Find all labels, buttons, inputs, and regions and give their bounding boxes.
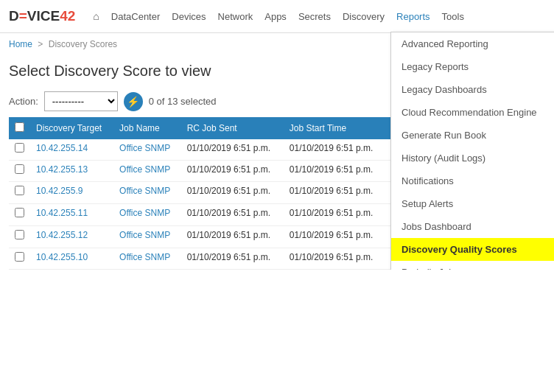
nav-secrets[interactable]: Secrets — [292, 7, 337, 27]
row-checkbox[interactable] — [15, 186, 24, 195]
dropdown-generate-run-book[interactable]: Generate Run Book — [391, 124, 554, 147]
dropdown-jobs-dashboard[interactable]: Jobs Dashboard — [391, 215, 554, 238]
dropdown-discovery-quality-scores[interactable]: Discovery Quality Scores — [391, 238, 554, 261]
rc-job-sent: 01/10/2019 6:51 p.m. — [181, 226, 284, 248]
breadcrumb-current: Discovery Scores — [49, 39, 117, 49]
nav-discovery[interactable]: Discovery — [337, 7, 390, 27]
dropdown-notifications[interactable]: Notifications — [391, 169, 554, 192]
col-job-start-time: Job Start Time — [284, 117, 386, 139]
dropdown-advanced-reporting[interactable]: Advanced Reporting — [391, 32, 554, 55]
row-checkbox[interactable] — [15, 230, 24, 239]
row-checkbox-cell — [9, 204, 30, 226]
rc-job-sent: 01/10/2019 6:51 p.m. — [181, 248, 284, 270]
job-start-time: 01/10/2019 6:51 p.m. — [284, 248, 386, 270]
dropdown-legacy-reports[interactable]: Legacy Reports — [391, 55, 554, 78]
dropdown-cloud-recommendation[interactable]: Cloud Recommendation Engine — [391, 101, 554, 124]
job-name[interactable]: Office SNMP — [113, 204, 181, 226]
job-start-time: 01/10/2019 6:51 p.m. — [284, 204, 386, 226]
nav-home-icon[interactable]: ⌂ — [87, 6, 105, 27]
discovery-target[interactable]: 10.42.255.14 — [30, 139, 113, 161]
nav-tools[interactable]: Tools — [436, 7, 470, 27]
action-select[interactable]: ---------- — [44, 91, 118, 111]
row-checkbox[interactable] — [15, 164, 24, 174]
rc-job-sent: 01/10/2019 6:51 p.m. — [181, 161, 284, 182]
job-name[interactable]: Office SNMP — [113, 161, 181, 182]
row-checkbox-cell — [9, 161, 30, 182]
action-label: Action: — [9, 96, 38, 107]
nav-devices[interactable]: Devices — [166, 7, 211, 27]
header: D=VICE42 ⌂ DataCenter Devices Network Ap… — [0, 0, 554, 33]
job-start-time: 01/10/2019 6:51 p.m. — [284, 182, 386, 204]
rc-job-sent: 01/10/2019 6:51 p.m. — [181, 204, 284, 226]
job-name[interactable]: Office SNMP — [113, 248, 181, 270]
dropdown-periodic-jobs[interactable]: Periodic Jobs — [391, 261, 554, 270]
job-start-time: 01/10/2019 6:51 p.m. — [284, 226, 386, 248]
row-checkbox[interactable] — [15, 208, 24, 217]
row-checkbox[interactable] — [15, 143, 24, 153]
row-checkbox-cell — [9, 226, 30, 248]
discovery-target[interactable]: 10.42.255.9 — [30, 182, 113, 204]
job-name[interactable]: Office SNMP — [113, 226, 181, 248]
job-start-time: 01/10/2019 6:51 p.m. — [284, 139, 386, 161]
reports-dropdown-menu: Advanced Reporting Legacy Reports Legacy… — [390, 32, 554, 270]
discovery-target[interactable]: 10.42.255.11 — [30, 204, 113, 226]
select-all-checkbox[interactable] — [15, 122, 24, 132]
col-check — [9, 117, 30, 139]
selected-count: 0 of 13 selected — [149, 96, 217, 107]
row-checkbox-cell — [9, 248, 30, 270]
job-name[interactable]: Office SNMP — [113, 182, 181, 204]
logo: D=VICE42 — [9, 8, 75, 24]
col-discovery-target: Discovery Target — [30, 117, 113, 139]
row-checkbox-cell — [9, 182, 30, 204]
dropdown-history-audit-logs[interactable]: History (Audit Logs) — [391, 147, 554, 169]
breadcrumb-separator: > — [38, 39, 43, 49]
dropdown-setup-alerts[interactable]: Setup Alerts — [391, 192, 554, 215]
thunder-button[interactable]: ⚡ — [124, 92, 143, 111]
nav-reports-dropdown[interactable]: Reports Advanced Reporting Legacy Report… — [390, 11, 436, 22]
row-checkbox-cell — [9, 139, 30, 161]
breadcrumb-home[interactable]: Home — [9, 39, 32, 49]
dropdown-legacy-dashboards[interactable]: Legacy Dashboards — [391, 78, 554, 101]
discovery-target[interactable]: 10.42.255.12 — [30, 226, 113, 248]
col-rc-job-sent: RC Job Sent — [181, 117, 284, 139]
nav-network[interactable]: Network — [212, 7, 259, 27]
rc-job-sent: 01/10/2019 6:51 p.m. — [181, 182, 284, 204]
row-checkbox[interactable] — [15, 252, 24, 262]
discovery-target[interactable]: 10.42.255.10 — [30, 248, 113, 270]
discovery-target[interactable]: 10.42.255.13 — [30, 161, 113, 182]
nav-datacenter[interactable]: DataCenter — [105, 7, 166, 27]
main-nav: ⌂ DataCenter Devices Network Apps Secret… — [87, 6, 470, 27]
job-name[interactable]: Office SNMP — [113, 139, 181, 161]
rc-job-sent: 01/10/2019 6:51 p.m. — [181, 139, 284, 161]
job-start-time: 01/10/2019 6:51 p.m. — [284, 161, 386, 182]
col-job-name: Job Name — [113, 117, 181, 139]
nav-apps[interactable]: Apps — [259, 7, 292, 27]
nav-reports[interactable]: Reports — [390, 7, 436, 27]
